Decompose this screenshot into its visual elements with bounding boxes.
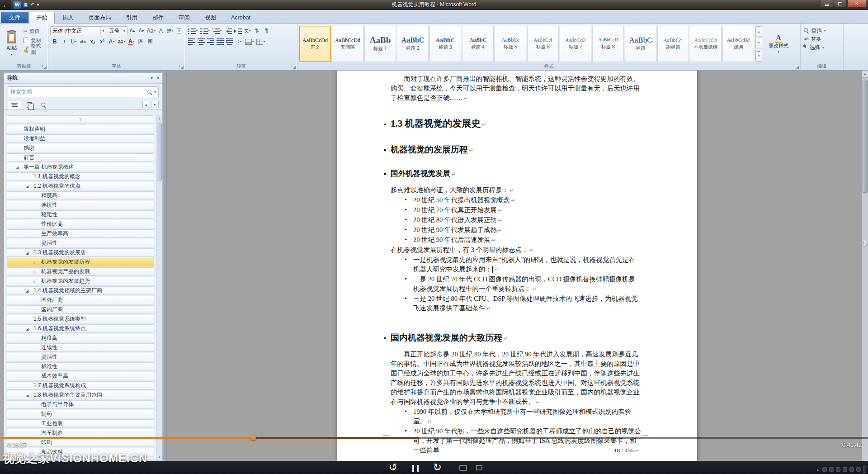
nav-menu-icon[interactable]: ▾ xyxy=(151,76,153,81)
nav-item[interactable]: 制药 xyxy=(7,410,154,418)
captions-icon[interactable] xyxy=(459,465,467,471)
doc-bullet[interactable]: •三是 20 世纪 80 年代 CPU、DSP 等图像处理硬件技术的飞速进步，为… xyxy=(391,294,641,313)
tray-icon[interactable] xyxy=(849,467,854,472)
tray-icon[interactable] xyxy=(843,467,847,472)
nav-item[interactable]: ▷机器视觉的发展历程 xyxy=(7,258,154,266)
asian-layout-icon[interactable]: 文▾ xyxy=(243,26,252,36)
distribute-icon[interactable] xyxy=(225,37,234,47)
highlight-icon[interactable]: ab▾ xyxy=(117,37,127,47)
timeline-handle[interactable] xyxy=(250,435,256,441)
tray-icon[interactable] xyxy=(836,467,840,472)
gallery-more-button[interactable]: ▾ xyxy=(755,49,762,62)
nav-item[interactable]: 版权声明 xyxy=(7,125,154,133)
line-spacing-icon[interactable]: ↕▾ xyxy=(235,37,244,47)
nav-item[interactable]: 读者利益 xyxy=(7,134,154,143)
font-dialog-launcher[interactable] xyxy=(179,64,184,69)
bold-icon[interactable]: B xyxy=(50,37,59,47)
nav-item[interactable]: 工业包装 xyxy=(7,419,154,428)
tab-邮件[interactable]: 邮件 xyxy=(145,12,171,23)
nav-scroll-down-icon[interactable]: ▾ xyxy=(156,454,162,460)
gallery-down-button[interactable]: ▾ xyxy=(755,38,762,48)
change-case-icon[interactable]: Aa▾ xyxy=(146,26,156,36)
styles-dialog-launcher[interactable] xyxy=(794,64,799,69)
enclose-character-icon[interactable]: 圈 xyxy=(146,37,155,47)
collapse-icon[interactable]: ◢ xyxy=(26,393,28,398)
nav-item[interactable]: 感谢 xyxy=(7,144,154,152)
align-center-icon[interactable] xyxy=(197,37,206,47)
doc-h3[interactable]: 国外机器视觉发展↵ xyxy=(391,169,641,179)
nav-item[interactable]: 性价比高 xyxy=(7,220,154,228)
font-size-combo[interactable]: 五号 ▾ xyxy=(107,26,127,35)
nav-scroll-up-icon[interactable]: ▴ xyxy=(156,115,162,122)
style-无间隔[interactable]: AaBbCcDd无间隔 xyxy=(332,26,363,62)
collapse-icon[interactable]: ◢ xyxy=(26,251,28,255)
doc-bullet[interactable]: •20 世纪 70 年代真正开始发展↵ xyxy=(391,205,641,215)
collapse-icon[interactable]: ◢ xyxy=(26,185,28,189)
nav-item[interactable]: 1.5 机器视觉系统类型 xyxy=(7,315,154,323)
doc-body[interactable]: 在机器视觉发展历程中，有 3 个明显的标志点：↵ xyxy=(391,245,641,255)
expand-icon[interactable]: ▷ xyxy=(33,270,36,274)
search-icon[interactable] xyxy=(147,90,152,95)
doc-h2[interactable]: 国内机器视觉发展的大致历程↵ xyxy=(391,332,641,344)
change-styles-button[interactable]: A 更改样式 ▾ xyxy=(764,25,793,62)
doc-bullet[interactable]: •20 世纪 90 年代后高速发展↵ xyxy=(391,235,641,245)
collapse-icon[interactable]: ◢ xyxy=(16,166,19,170)
nav-item[interactable]: 灵活性 xyxy=(7,353,154,361)
justify-icon[interactable] xyxy=(216,37,225,47)
shading-icon[interactable]: ▾ xyxy=(244,37,255,47)
style-标题 1[interactable]: AaBb标题 1 xyxy=(364,26,396,62)
minimize-button[interactable] xyxy=(820,0,833,8)
nav-item[interactable]: 连续性 xyxy=(7,343,154,352)
tab-browse-results[interactable] xyxy=(37,100,50,109)
style-标题 3[interactable]: AaBbC标题 3 xyxy=(429,26,461,62)
doc-body[interactable]: 真正开始起步是 20 世纪 80 年代，20 世纪 90 年代进入发展期，高速发… xyxy=(391,350,641,407)
doc-scroll-thumb[interactable] xyxy=(863,80,868,193)
style-标题 8[interactable]: AaBbCcD标题 8 xyxy=(592,26,624,62)
nav-item[interactable]: ◢1.4 机器视觉领域的主要厂商 xyxy=(7,286,154,295)
video-timeline[interactable] xyxy=(0,437,868,439)
style-副标题[interactable]: AaBbCc.副标题 xyxy=(657,26,689,62)
style-标题 5[interactable]: AaBbCc标题 5 xyxy=(495,26,526,62)
underline-icon[interactable]: U▾ xyxy=(69,37,78,47)
nav-item[interactable]: ◢1.2 机器视觉的优点 xyxy=(7,182,154,190)
strikethrough-icon[interactable]: abc xyxy=(79,37,88,47)
tab-引用[interactable]: 引用 xyxy=(119,12,145,23)
style-标题 2[interactable]: AaBbC标题 2 xyxy=(397,26,429,62)
multilevel-list-icon[interactable]: ▾ xyxy=(211,26,223,36)
clear-formatting-icon[interactable]: A xyxy=(156,26,165,36)
nav-item[interactable]: 国内厂商 xyxy=(7,305,154,314)
align-left-icon[interactable] xyxy=(187,37,196,47)
nav-item[interactable]: ◢1.3 机器视觉的发展史 xyxy=(7,248,154,257)
nav-item[interactable]: 电子与半导体 xyxy=(7,400,154,409)
back-button[interactable]: ← xyxy=(0,0,11,10)
tab-视图[interactable]: 视图 xyxy=(198,12,223,23)
nav-item[interactable]: 1.1 机器视觉的概念 xyxy=(7,172,154,181)
shrink-font-icon[interactable]: A▾ xyxy=(137,26,146,36)
align-right-icon[interactable] xyxy=(206,37,215,47)
clipboard-dialog-launcher[interactable] xyxy=(42,64,47,69)
gallery-up-button[interactable]: ▴ xyxy=(755,26,762,37)
replace-button[interactable]: ab替换 xyxy=(802,35,842,43)
char-shading-icon[interactable]: A xyxy=(137,37,146,47)
nav-item[interactable]: 1.7 机器视觉系统构成 xyxy=(7,381,154,390)
collapse-icon[interactable]: ◢ xyxy=(26,289,28,293)
borders-icon[interactable]: ▾ xyxy=(255,37,266,47)
rewind-button[interactable]: ↺ 10 xyxy=(386,462,401,474)
superscript-icon[interactable]: x² xyxy=(98,37,107,47)
fullscreen-icon[interactable] xyxy=(476,465,482,470)
next-chevron-icon[interactable]: › xyxy=(863,234,867,250)
paragraph-dialog-launcher[interactable] xyxy=(291,64,296,69)
nav-item[interactable]: 灵活性 xyxy=(7,239,154,247)
forward-button[interactable]: ↻ 30 xyxy=(430,462,445,474)
bullet-list-icon[interactable]: ▾ xyxy=(187,26,199,36)
doc-bullet[interactable]: •20 世纪 90 年代初，一些来自这些研究机器的工程师成立了他们的自己的视觉公… xyxy=(391,427,641,455)
search-dropdown-icon[interactable]: ▾ xyxy=(154,90,156,94)
decrease-indent-icon[interactable] xyxy=(223,26,233,36)
document-page[interactable]: 而对于现在许多厂商推出的智能相机、智能系统，这种灵活性会变得更加的有效。购买一套… xyxy=(337,71,697,461)
text-effects-icon[interactable]: A▾ xyxy=(107,37,116,47)
save-icon[interactable] xyxy=(23,2,28,7)
paste-button[interactable]: 粘贴 ▾ xyxy=(2,25,22,62)
pinyin-guide-icon[interactable]: 拼▾ xyxy=(165,26,175,36)
nav-item[interactable]: 稳定性 xyxy=(7,210,154,219)
nav-item[interactable]: ◢1.6 机器视觉系统特点 xyxy=(7,324,154,333)
